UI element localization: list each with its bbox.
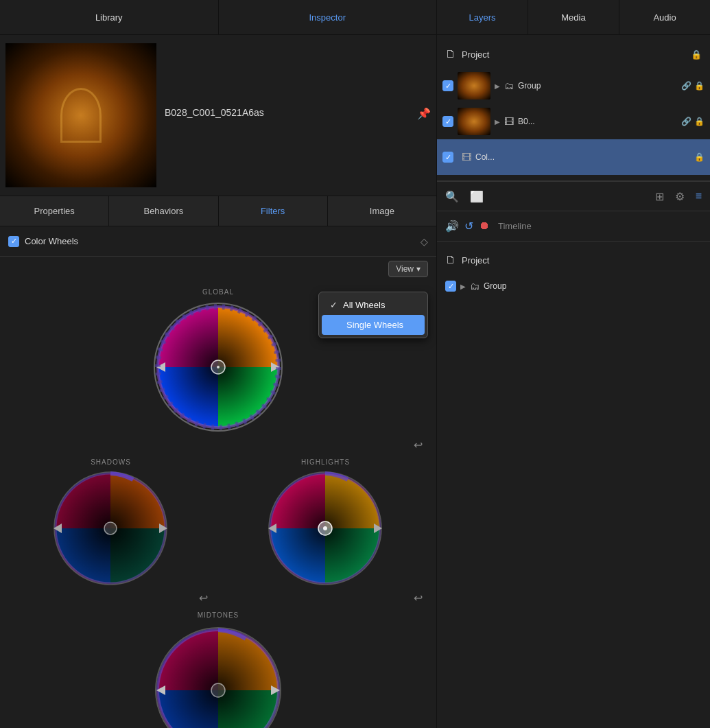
wheel-container-highlights[interactable] xyxy=(265,469,386,589)
sub-tab-image[interactable]: Image xyxy=(328,196,436,226)
diamond-icon: ◇ xyxy=(421,236,428,247)
tab-audio[interactable]: Audio xyxy=(619,0,710,34)
layer-checkbox-color[interactable]: ✓ xyxy=(442,152,453,163)
reset-btn-highlights[interactable]: ↩ xyxy=(414,591,423,604)
tab-media[interactable]: Media xyxy=(528,0,619,34)
left-panel-tabs: Library Inspector xyxy=(0,0,437,34)
rectangle-toolbar-btn[interactable]: ⬜ xyxy=(470,190,484,203)
reset-btn-global[interactable]: ↩ xyxy=(414,438,423,451)
wheel-container-shadows[interactable] xyxy=(51,469,171,589)
lock-icon-group[interactable]: 🔒 xyxy=(694,81,705,91)
wheel-container-midtones[interactable] xyxy=(150,622,287,728)
project-row[interactable]: 🗋 Project 🔒 xyxy=(437,40,710,68)
svg-point-33 xyxy=(211,683,225,697)
tl-collapse-triangle[interactable]: ▶ xyxy=(460,283,466,290)
tab-layers[interactable]: Layers xyxy=(437,0,528,34)
tl-project-name: Project xyxy=(462,255,702,266)
color-wheel-global-svg xyxy=(153,302,283,432)
color-wheel-highlights-svg xyxy=(265,469,386,589)
reset-btn-shadows[interactable]: ↩ xyxy=(199,591,208,604)
layer-thumb-inner-group xyxy=(458,72,490,99)
global-label: GLOBAL xyxy=(202,288,234,296)
color-wheels-header: ✓ Color Wheels ◇ xyxy=(0,226,436,257)
collapse-triangle-clip[interactable]: ▶ xyxy=(495,118,500,126)
collapse-triangle-group[interactable]: ▶ xyxy=(495,82,500,90)
preview-area: B028_C001_0521A6as 📌 xyxy=(0,35,436,196)
audio-action-btn[interactable]: 🔊 xyxy=(445,220,459,233)
color-effect-icon: 🎞 xyxy=(462,152,471,163)
tl-group-check[interactable]: ✓ xyxy=(445,281,456,292)
check-mark-icon: ✓ xyxy=(330,300,338,310)
color-wheel-midtones-svg xyxy=(153,625,283,728)
grid-toolbar-btn[interactable]: ⊞ xyxy=(655,190,664,203)
dropdown-all-wheels[interactable]: ✓ All Wheels xyxy=(319,295,427,315)
layer-checkbox-group[interactable]: ✓ xyxy=(442,80,453,91)
lock-icon-project: 🔒 xyxy=(691,49,702,60)
tl-doc-icon: 🗋 xyxy=(445,254,456,266)
layer-row-color-effect[interactable]: ✓ 🎞 Col... 🔒 xyxy=(437,139,710,175)
gear-toolbar-btn[interactable]: ⚙ xyxy=(675,190,685,203)
group-layer-name: Group xyxy=(518,81,677,91)
left-panel: B028_C001_0521A6as 📌 Properties Behavior… xyxy=(0,35,437,728)
record-action-btn[interactable]: ⏺ xyxy=(479,220,490,233)
pin-icon[interactable]: 📌 xyxy=(417,107,431,120)
tl-group-name: Group xyxy=(484,281,702,291)
color-wheels-checkbox[interactable]: ✓ xyxy=(8,236,19,247)
tl-project-row[interactable]: 🗋 Project xyxy=(437,247,710,273)
chevron-down-icon: ▾ xyxy=(416,264,421,274)
filters-panel: ✓ Color Wheels ◇ View ▾ ✓ All Wheels xyxy=(0,226,436,728)
top-tabs: Library Inspector Layers Media Audio xyxy=(0,0,710,35)
sub-tab-properties[interactable]: Properties xyxy=(0,196,109,226)
layers-toolbar-btn[interactable]: ≡ xyxy=(696,190,702,202)
view-row: View ▾ xyxy=(0,257,436,281)
color-wheels-title: Color Wheels xyxy=(25,236,415,246)
wheel-section-midtones: MIDTONES xyxy=(7,611,429,728)
preview-title: B028_C001_0521A6as 📌 xyxy=(165,107,431,118)
wheel-container-global[interactable] xyxy=(150,298,287,436)
layer-row-group[interactable]: ✓ ▶ 🗂 Group 🔗 🔒 xyxy=(437,68,710,104)
loop-action-btn[interactable]: ↺ xyxy=(464,220,473,233)
sub-tab-behaviors[interactable]: Behaviors xyxy=(109,196,218,226)
lock-icon-color[interactable]: 🔒 xyxy=(694,152,705,162)
tab-library[interactable]: Library xyxy=(0,0,219,34)
timeline-list: 🗋 Project ✓ ▶ 🗂 Group xyxy=(437,242,710,728)
color-effect-name: Col... xyxy=(475,152,690,162)
color-wheel-shadows-svg xyxy=(51,469,171,589)
highlights-label: HIGHLIGHTS xyxy=(301,458,350,466)
layer-checkbox-clip[interactable]: ✓ xyxy=(442,116,453,127)
tunnel-arch xyxy=(60,88,102,143)
sub-tab-filters[interactable]: Filters xyxy=(219,196,328,226)
wheel-section-shadows: SHADOWS xyxy=(7,458,215,604)
layer-row-clip[interactable]: ✓ ▶ 🎞 B0... 🔗 🔒 xyxy=(437,104,710,139)
timeline-section: 🔊 ↺ ⏺ Timeline 🗋 Project ✓ ▶ 🗂 Gr xyxy=(437,211,710,728)
clip-layer-name: B0... xyxy=(518,117,677,126)
layer-thumb-group xyxy=(458,72,490,99)
link-icon-clip[interactable]: 🔗 xyxy=(681,117,691,126)
timeline-action-btns: 🔊 ↺ ⏺ xyxy=(445,220,490,233)
midtones-label: MIDTONES xyxy=(198,611,239,619)
timeline-header-row: 🔊 ↺ ⏺ Timeline xyxy=(437,211,710,242)
svg-point-18 xyxy=(104,522,117,535)
svg-point-10 xyxy=(217,366,220,368)
dropdown-single-wheels[interactable]: Single Wheels xyxy=(322,315,425,335)
link-icon-group[interactable]: 🔗 xyxy=(681,81,691,91)
tl-folder-icon: 🗂 xyxy=(470,281,480,292)
search-toolbar-btn[interactable]: 🔍 xyxy=(445,190,459,203)
timeline-label: Timeline xyxy=(498,221,532,231)
dropdown-menu: ✓ All Wheels Single Wheels xyxy=(318,292,428,338)
wheel-wrapper-global xyxy=(153,302,283,432)
shadows-label: SHADOWS xyxy=(91,458,131,466)
wheel-section-highlights: HIGHLIGHTS xyxy=(222,458,429,604)
right-panel-tabs: Layers Media Audio xyxy=(437,0,710,34)
sub-tabs: Properties Behaviors Filters Image xyxy=(0,196,436,226)
main-layout: B028_C001_0521A6as 📌 Properties Behavior… xyxy=(0,35,710,728)
tl-group-row[interactable]: ✓ ▶ 🗂 Group xyxy=(437,273,710,299)
clip-layer-controls: 🔗 🔒 xyxy=(681,117,705,126)
preview-info: B028_C001_0521A6as 📌 xyxy=(165,107,431,124)
lock-icon-clip[interactable]: 🔒 xyxy=(694,117,705,126)
folder-icon-group: 🗂 xyxy=(504,80,514,91)
tab-inspector[interactable]: Inspector xyxy=(219,0,437,34)
view-button[interactable]: View ▾ xyxy=(388,261,428,277)
color-effect-controls: 🔒 xyxy=(694,152,705,162)
wheels-area: GLOBAL xyxy=(0,281,436,728)
